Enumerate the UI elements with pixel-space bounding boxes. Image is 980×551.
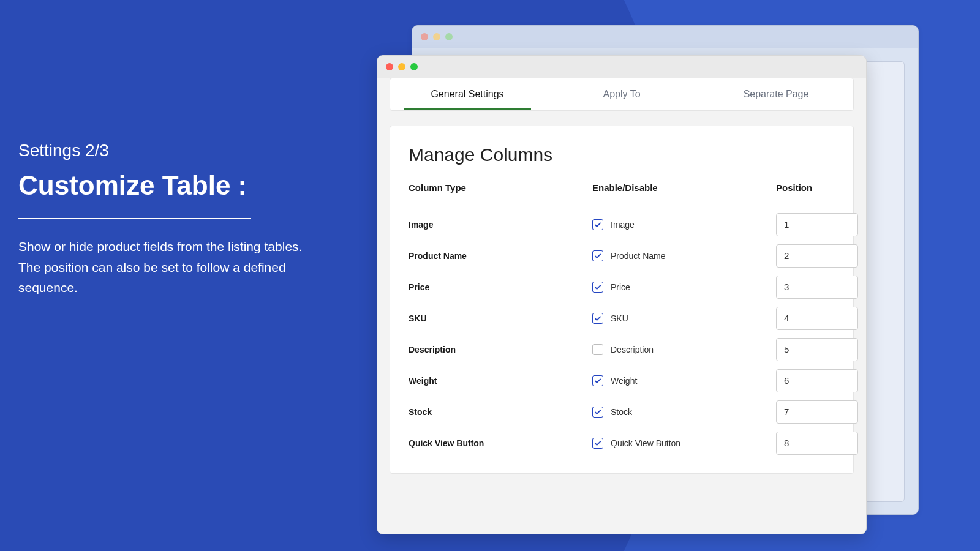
check-icon — [594, 408, 602, 416]
manage-columns-card: Manage Columns Column Type Enable/Disabl… — [390, 126, 854, 474]
enable-label: Image — [611, 220, 635, 230]
maximize-icon — [445, 33, 453, 40]
enable-checkbox[interactable] — [592, 375, 603, 386]
table-row: Product NameProduct Name — [409, 240, 835, 271]
check-icon — [594, 314, 602, 323]
window-titlebar — [377, 56, 866, 78]
enable-label: Product Name — [611, 251, 665, 261]
enable-checkbox[interactable] — [592, 313, 603, 324]
column-type-label: Image — [409, 220, 592, 230]
check-icon — [594, 283, 602, 291]
enable-cell: Product Name — [592, 250, 776, 261]
table-row: StockStock — [409, 396, 835, 427]
column-type-label: SKU — [409, 313, 592, 323]
enable-cell: Stock — [592, 407, 776, 418]
maximize-icon[interactable] — [410, 63, 418, 70]
position-cell — [776, 432, 858, 455]
table-row: WeightWeight — [409, 365, 835, 396]
enable-cell: Quick View Button — [592, 438, 776, 449]
intro-title: Customize Table : — [18, 170, 318, 201]
check-icon — [594, 252, 602, 260]
enable-label: Price — [611, 282, 630, 292]
table-row: PricePrice — [409, 271, 835, 302]
position-cell — [776, 338, 858, 361]
enable-label: Weight — [611, 376, 637, 386]
tab-separate-page[interactable]: Separate Page — [699, 78, 853, 110]
enable-label: Quick View Button — [611, 438, 680, 448]
enable-label: Stock — [611, 407, 632, 417]
position-input[interactable] — [776, 432, 858, 455]
close-icon[interactable] — [386, 63, 393, 70]
header-column-type: Column Type — [409, 182, 592, 193]
position-cell — [776, 307, 858, 330]
position-cell — [776, 244, 858, 268]
position-input[interactable] — [776, 307, 858, 330]
tab-apply-to[interactable]: Apply To — [545, 78, 699, 110]
background-window-titlebar — [412, 26, 918, 48]
enable-cell: SKU — [592, 313, 776, 324]
intro-subtitle: Settings 2/3 — [18, 141, 318, 160]
position-cell — [776, 276, 858, 299]
enable-cell: Description — [592, 344, 776, 355]
intro-panel: Settings 2/3 Customize Table : Show or h… — [18, 141, 318, 298]
card-title: Manage Columns — [409, 144, 835, 165]
tab-label: Separate Page — [744, 89, 809, 100]
position-cell — [776, 213, 858, 236]
table-row: Quick View ButtonQuick View Button — [409, 427, 835, 459]
position-cell — [776, 369, 858, 392]
tab-label: General Settings — [431, 89, 503, 100]
check-icon — [594, 220, 602, 229]
position-input[interactable] — [776, 338, 858, 361]
enable-cell: Weight — [592, 375, 776, 386]
position-input[interactable] — [776, 400, 858, 424]
minimize-icon — [433, 33, 440, 40]
header-enable-disable: Enable/Disable — [592, 182, 776, 193]
check-icon — [594, 439, 602, 448]
column-type-label: Price — [409, 282, 592, 292]
column-type-label: Stock — [409, 407, 592, 417]
tab-general-settings[interactable]: General Settings — [390, 78, 545, 110]
column-type-label: Description — [409, 345, 592, 354]
enable-checkbox[interactable] — [592, 250, 603, 261]
enable-label: SKU — [611, 313, 628, 323]
enable-cell: Image — [592, 219, 776, 230]
position-cell — [776, 400, 858, 424]
column-type-label: Weight — [409, 376, 592, 386]
settings-tabs: General Settings Apply To Separate Page — [390, 78, 854, 111]
tab-label: Apply To — [603, 89, 640, 100]
settings-window: General Settings Apply To Separate Page … — [377, 55, 867, 534]
minimize-icon[interactable] — [398, 63, 405, 70]
position-input[interactable] — [776, 369, 858, 392]
position-input[interactable] — [776, 276, 858, 299]
intro-description: Show or hide product fields from the lis… — [18, 236, 318, 298]
table-row: DescriptionDescription — [409, 334, 835, 365]
header-position: Position — [776, 182, 835, 193]
enable-checkbox[interactable] — [592, 282, 603, 293]
enable-label: Description — [611, 345, 654, 354]
column-type-label: Quick View Button — [409, 438, 592, 448]
table-row: SKUSKU — [409, 302, 835, 334]
table-row: ImageImage — [409, 209, 835, 240]
enable-checkbox[interactable] — [592, 219, 603, 230]
intro-divider — [18, 218, 251, 219]
position-input[interactable] — [776, 244, 858, 268]
enable-cell: Price — [592, 282, 776, 293]
enable-checkbox[interactable] — [592, 438, 603, 449]
close-icon — [421, 33, 428, 40]
position-input[interactable] — [776, 213, 858, 236]
column-type-label: Product Name — [409, 251, 592, 261]
column-headers: Column Type Enable/Disable Position — [409, 182, 835, 193]
check-icon — [594, 377, 602, 385]
enable-checkbox[interactable] — [592, 407, 603, 418]
enable-checkbox[interactable] — [592, 344, 603, 355]
